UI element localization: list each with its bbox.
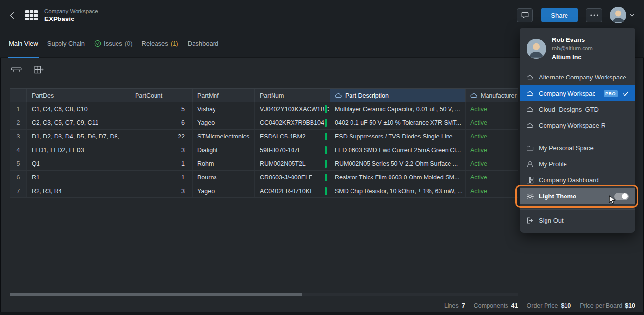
status-label: Components [474, 302, 508, 309]
cell-partnum: VJ0402Y103KXACW1BC [255, 102, 330, 116]
sign-out-icon [526, 217, 534, 224]
cell-partmnf: Yageo [193, 184, 255, 197]
cell-row-number: 1 [10, 102, 27, 116]
cell-row-number: 4 [10, 143, 27, 157]
menu-item-label: Company Workspace [539, 90, 595, 97]
cell-description: 0402 0.1 uF 50 V ±10 % Tolerance X7R SMT… [330, 116, 466, 129]
menu-item-label: My Profile [539, 160, 567, 168]
column-header-partmnf[interactable]: PartMnf [193, 89, 255, 102]
menu-item-my-profile[interactable]: My Profile [520, 156, 635, 172]
cell-lifecycle: Active [466, 130, 518, 143]
status-value: 41 [511, 302, 518, 309]
more-options-button[interactable] [586, 8, 602, 22]
cell-description: SMD Chip Resistor, 10 kOhm, ± 1%, 63 mW,… [330, 184, 466, 197]
user-info-section: Rob Evans rob@altium.com Altium Inc [520, 28, 635, 69]
table-row[interactable]: 6 R1 1 Bourns CR0603-J/-000ELF Resistor … [10, 171, 518, 184]
cell-lifecycle: Active [466, 157, 518, 170]
tab-issues[interactable]: Issues (0) [94, 30, 133, 58]
cell-partcount: 3 [130, 184, 193, 197]
lifecycle-indicator-bar [325, 187, 327, 195]
menu-item-label: Cloud_Designs_GTD [539, 106, 599, 113]
add-column-button[interactable] [34, 66, 44, 74]
menu-item-alternate-company-workspace[interactable]: Alternate Company Workspace [520, 69, 635, 85]
column-header-manufacturer[interactable]: Manufacturer [466, 89, 518, 102]
cell-partnum: CC0402KRX7R9BB104 [255, 116, 330, 129]
table-row[interactable]: 5 Q1 1 Rohm RUM002N05T2L RUM002N05 Serie… [10, 157, 518, 171]
toggle-knob [622, 193, 628, 199]
lifecycle-indicator-bar [325, 146, 327, 154]
cell-partmnf: Dialight [193, 143, 255, 157]
menu-item-my-personal-space[interactable]: My Personal Space [520, 140, 635, 156]
status-item: Lines 7 [444, 302, 465, 309]
column-header-partcount[interactable]: PartCount [130, 89, 193, 102]
cell-row-number: 7 [10, 184, 27, 197]
tab-label: Supply Chain [47, 40, 85, 47]
lifecycle-indicator-bar [325, 133, 327, 140]
table-row[interactable]: 3 D1, D2, D3, D4, D5, D6, D7, D8, ... 22… [10, 130, 518, 143]
menu-item-label: My Personal Space [539, 144, 594, 152]
menu-item-company-dashboard[interactable]: Company Dashboard [520, 172, 635, 188]
column-header-partnum[interactable]: PartNum [255, 89, 330, 102]
tab-supply-chain[interactable]: Supply Chain [47, 30, 85, 58]
cell-partcount: 3 [130, 143, 193, 157]
menu-item-label: Light Theme [539, 193, 576, 200]
tab-main-view[interactable]: Main View [8, 30, 39, 58]
document-titles: Company Workspace EXPbasic [44, 8, 98, 22]
back-button[interactable] [10, 8, 20, 22]
user-avatar[interactable] [610, 7, 626, 23]
user-organization: Altium Inc [552, 53, 593, 61]
column-header-partdes[interactable]: PartDes [27, 89, 130, 102]
cell-partcount: 1 [130, 157, 193, 170]
cloud-icon [526, 91, 534, 96]
status-item: Price per Board $10 [580, 302, 635, 309]
cell-partmnf: Vishay [193, 102, 255, 116]
cell-lifecycle: Active [466, 143, 518, 157]
column-header-description[interactable]: Part Description [330, 89, 466, 102]
ellipsis-icon [590, 14, 598, 16]
cell-partcount: 22 [130, 130, 193, 143]
table-header-row: PartDes PartCount PartMnf PartNum Part D… [10, 88, 518, 102]
tab-label: Main View [9, 40, 38, 47]
cell-partdes: C1, C4, C6, C8, C10 [27, 102, 130, 116]
menu-item-cloud-designs-gtd[interactable]: Cloud_Designs_GTD [520, 101, 635, 118]
menu-item-light-theme[interactable]: Light Theme [520, 188, 635, 204]
menu-item-sign-out[interactable]: Sign Out [520, 213, 635, 229]
user-avatar-large [527, 39, 546, 59]
menu-item-company-workspace-r[interactable]: Company Workspace R [520, 118, 635, 134]
cell-description: LED 0603 SMD Fwd Current 25mA Green Cl..… [330, 143, 466, 157]
window-bottom-strip [0, 312, 644, 315]
cell-row-number: 3 [10, 130, 27, 143]
cell-partmnf: STMicroelectronics [193, 130, 255, 143]
table-body: 1 C1, C4, C6, C8, C10 5 Vishay VJ0402Y10… [10, 102, 518, 198]
tab-dashboard[interactable]: Dashboard [187, 30, 219, 58]
cell-partnum: ESDALC5-1BM2 [255, 130, 330, 143]
tab-label: Releases [142, 40, 168, 47]
scrollbar-thumb[interactable] [10, 293, 302, 296]
user-menu-caret-icon[interactable] [630, 14, 634, 17]
share-button[interactable]: Share [541, 8, 578, 22]
table-row[interactable]: 1 C1, C4, C6, C8, C10 5 Vishay VJ0402Y10… [10, 102, 518, 116]
check-icon [623, 91, 629, 96]
horizontal-scrollbar[interactable] [10, 293, 518, 296]
light-theme-toggle[interactable] [614, 193, 629, 200]
add-column-icon [34, 66, 44, 74]
cell-row-number: 6 [10, 171, 27, 184]
table-row[interactable]: 7 R2, R3, R4 3 Yageo AC0402FR-0710KL SMD… [10, 184, 518, 198]
cell-partdes: LED1, LED2, LED3 [27, 143, 130, 157]
table-row[interactable]: 4 LED1, LED2, LED3 3 Dialight 598-8070-1… [10, 143, 518, 157]
cloud-icon [335, 93, 342, 98]
menu-item-company-workspace[interactable]: Company Workspace PRO [520, 85, 635, 101]
table-row[interactable]: 2 C2, C3, C5, C7, C9, C11 6 Yageo CC0402… [10, 116, 518, 130]
bom-grid-icon [25, 10, 38, 20]
lifecycle-indicator-bar [325, 160, 327, 168]
cell-description: Multilayer Ceramic Capacitor, 0.01 uF, 5… [330, 102, 466, 116]
sun-icon [526, 193, 534, 200]
cell-partnum: 598-8070-107F [255, 143, 330, 157]
menu-divider [520, 137, 635, 137]
cloud-icon [526, 123, 534, 128]
flat-bom-button[interactable] [11, 66, 22, 74]
cell-row-number: 2 [10, 116, 27, 129]
comments-button[interactable] [517, 8, 533, 22]
tab-releases[interactable]: Releases (1) [141, 30, 179, 58]
status-bar: Lines 7 Components 41 Order Price $10 Pr… [444, 302, 635, 309]
